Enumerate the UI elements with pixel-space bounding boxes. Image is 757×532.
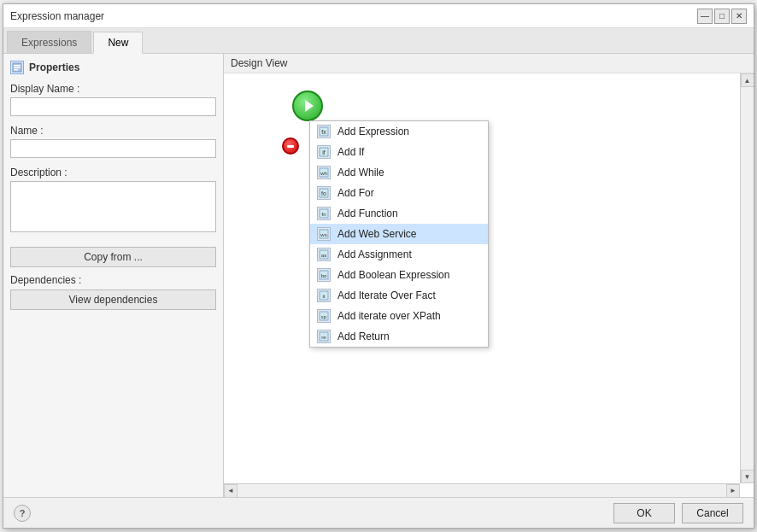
add-while-icon: wh xyxy=(317,166,331,179)
menu-item-add-while[interactable]: wh Add While xyxy=(310,162,488,183)
add-for-icon: fo xyxy=(317,186,331,200)
menu-item-add-iterate-over-xpath[interactable]: xp Add iterate over XPath xyxy=(310,306,488,326)
menu-item-add-web-service[interactable]: ws Add Web Service xyxy=(310,224,488,244)
menu-item-add-if[interactable]: if Add If xyxy=(310,142,488,162)
tab-bar: Expressions New xyxy=(3,28,754,54)
left-panel: Properties Display Name : Name : Descrip… xyxy=(3,54,224,497)
svg-rect-1 xyxy=(14,65,21,67)
scroll-left-button[interactable]: ◄ xyxy=(224,484,238,498)
menu-item-add-return-label: Add Return xyxy=(337,330,390,342)
main-window: Expression manager — □ ✕ Expressions New xyxy=(3,3,754,529)
scroll-up-button[interactable]: ▲ xyxy=(741,73,754,87)
start-node[interactable] xyxy=(292,91,323,121)
menu-item-add-iterate-over-fact-label: Add Iterate Over Fact xyxy=(337,289,436,301)
menu-item-add-web-service-label: Add Web Service xyxy=(337,228,417,240)
design-canvas: fx Add Expression if Add If xyxy=(224,73,754,497)
context-menu: fx Add Expression if Add If xyxy=(309,120,489,348)
menu-item-add-function-label: Add Function xyxy=(337,208,398,219)
title-bar-left: Expression manager xyxy=(10,10,104,22)
view-dependencies-button[interactable]: View dependencies xyxy=(10,289,216,310)
tab-new[interactable]: New xyxy=(93,32,143,54)
design-view-header: Design View xyxy=(224,54,754,73)
properties-header: Properties xyxy=(10,61,216,74)
design-view-label: Design View xyxy=(231,57,287,69)
menu-item-add-boolean-expression[interactable]: bo Add Boolean Expression xyxy=(310,265,488,285)
help-icon: ? xyxy=(20,508,26,518)
footer: ? OK Cancel xyxy=(3,497,754,528)
add-expression-icon: fx xyxy=(317,125,331,138)
menu-item-add-boolean-expression-label: Add Boolean Expression xyxy=(337,269,449,281)
copy-from-button[interactable]: Copy from ... xyxy=(10,247,216,267)
name-group: Name : xyxy=(10,125,216,158)
close-icon: ✕ xyxy=(736,11,742,20)
title-controls: — □ ✕ xyxy=(697,9,747,24)
add-iterate-over-xpath-icon: xp xyxy=(317,309,331,323)
help-button[interactable]: ? xyxy=(14,505,31,522)
menu-item-add-iterate-over-fact[interactable]: it Add Iterate Over Fact xyxy=(310,285,488,306)
add-if-icon: if xyxy=(317,145,331,159)
scrollbar-vertical: ▲ ▼ xyxy=(740,73,754,483)
ok-button[interactable]: OK xyxy=(613,503,675,523)
menu-item-add-function[interactable]: fn Add Function xyxy=(310,203,488,224)
description-label: Description : xyxy=(10,167,216,178)
footer-buttons: OK Cancel xyxy=(613,503,743,523)
menu-item-add-for-label: Add For xyxy=(337,187,374,199)
menu-item-add-for[interactable]: fo Add For xyxy=(310,183,488,203)
svg-text:as: as xyxy=(321,253,326,258)
menu-item-add-iterate-over-xpath-label: Add iterate over XPath xyxy=(337,310,441,322)
minimize-icon: — xyxy=(701,11,709,20)
scroll-track-horizontal xyxy=(238,484,726,497)
right-panel: Design View fx Add xyxy=(224,54,754,497)
svg-rect-2 xyxy=(14,67,21,69)
svg-text:fn: fn xyxy=(321,212,326,217)
title-bar: Expression manager — □ ✕ xyxy=(3,4,754,28)
stop-node[interactable] xyxy=(282,137,299,155)
svg-text:it: it xyxy=(323,294,326,299)
window-title: Expression manager xyxy=(10,10,104,22)
menu-item-add-if-label: Add If xyxy=(337,146,364,158)
svg-text:re: re xyxy=(321,335,326,340)
svg-text:bo: bo xyxy=(321,273,327,278)
add-web-service-icon: ws xyxy=(317,227,331,241)
name-input[interactable] xyxy=(10,139,216,158)
menu-item-add-assignment-label: Add Assignment xyxy=(337,248,412,260)
svg-rect-3 xyxy=(14,69,18,71)
scroll-right-button[interactable]: ► xyxy=(726,484,740,498)
menu-item-add-while-label: Add While xyxy=(337,167,384,178)
display-name-group: Display Name : xyxy=(10,83,216,116)
add-iterate-over-fact-icon: it xyxy=(317,289,331,302)
maximize-icon: □ xyxy=(719,11,725,20)
description-group: Description : xyxy=(10,167,216,235)
svg-text:fo: fo xyxy=(321,190,326,196)
maximize-button[interactable]: □ xyxy=(714,9,730,24)
minimize-button[interactable]: — xyxy=(697,9,713,24)
svg-text:fx: fx xyxy=(321,129,326,135)
svg-text:xp: xp xyxy=(321,314,327,319)
dependencies-label: Dependencies : xyxy=(10,274,216,286)
svg-text:ws: ws xyxy=(320,232,326,237)
properties-label: Properties xyxy=(29,61,79,73)
scrollbar-horizontal: ◄ ► xyxy=(224,483,740,497)
tab-expressions-label: Expressions xyxy=(21,37,77,49)
tab-expressions[interactable]: Expressions xyxy=(7,31,91,53)
menu-item-add-return[interactable]: re Add Return xyxy=(310,326,488,347)
description-textarea[interactable] xyxy=(10,181,216,232)
menu-item-add-expression[interactable]: fx Add Expression xyxy=(310,121,488,142)
add-assignment-icon: as xyxy=(317,248,331,261)
scroll-track-vertical xyxy=(741,87,754,470)
main-content: Properties Display Name : Name : Descrip… xyxy=(3,54,754,497)
menu-item-add-expression-label: Add Expression xyxy=(337,126,409,137)
cancel-button[interactable]: Cancel xyxy=(682,503,743,523)
scroll-down-button[interactable]: ▼ xyxy=(741,470,754,483)
display-name-input[interactable] xyxy=(10,97,216,116)
menu-item-add-assignment[interactable]: as Add Assignment xyxy=(310,244,488,265)
add-boolean-expression-icon: bo xyxy=(317,268,331,282)
svg-text:wh: wh xyxy=(320,171,327,176)
tab-new-label: New xyxy=(108,37,128,49)
properties-icon xyxy=(10,61,24,74)
display-name-label: Display Name : xyxy=(10,83,216,95)
add-return-icon: re xyxy=(317,330,331,343)
close-button[interactable]: ✕ xyxy=(731,9,747,24)
name-label: Name : xyxy=(10,125,216,137)
svg-text:if: if xyxy=(322,149,326,155)
